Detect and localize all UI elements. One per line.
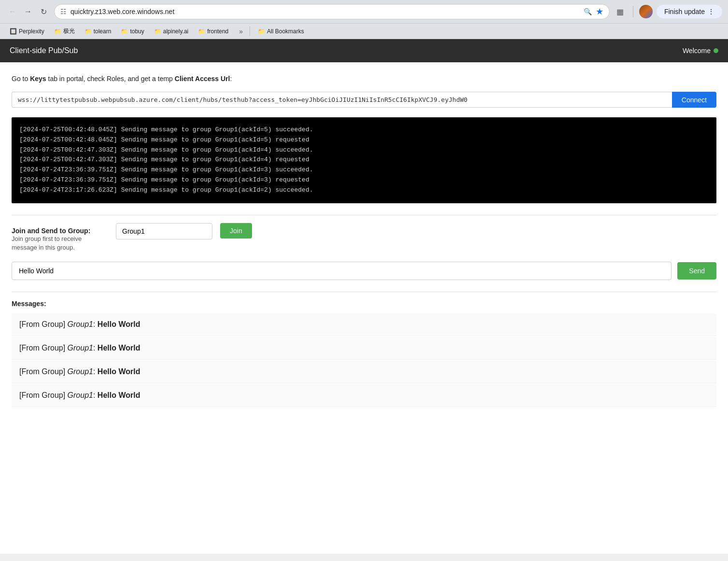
url-text: quicktry.z13.web.core.windows.net [70,8,580,15]
url-bold: Client Access Url [175,75,230,83]
app-title: Client-side Pub/Sub [10,46,78,55]
bookmark-perplexity[interactable]: 🔲 Perplexity [6,27,48,36]
welcome-text: Welcome [683,47,711,55]
bookmark-label: 极光 [63,27,75,35]
access-url-input[interactable] [12,92,672,108]
message-item: [From Group] Group1: Hello World [12,361,716,383]
bookmark-label: alpinely.ai [163,28,188,35]
all-bookmarks-button[interactable]: 📁 All Bookmarks [254,27,308,36]
log-line: [2024-07-24T23:36:39.751Z] Sending messa… [19,165,709,175]
message-text: Hello World [98,320,140,328]
bookmark-label: frontend [207,28,228,35]
bookmark-label: Perplexity [19,28,44,35]
avatar[interactable] [639,5,653,18]
folder-icon: 📁 [258,28,265,35]
send-row: Send [12,262,716,280]
forward-button[interactable]: → [21,5,35,18]
message-text: Hello World [98,344,140,352]
section-divider [12,215,716,215]
app-header: Client-side Pub/Sub Welcome [0,39,728,62]
connect-button[interactable]: Connect [672,92,716,108]
finish-update-label: Finish update [664,8,705,15]
folder-icon: 📁 [54,28,61,35]
messages-label: Messages: [12,300,716,308]
folder-icon: 📁 [198,28,205,35]
bookmark-alpinely[interactable]: 📁 alpinely.ai [150,27,192,36]
group-section-label: Join and Send to Group: [12,223,108,235]
bookmarks-bar: 🔲 Perplexity 📁 极光 📁 tolearn 📁 tobuy 📁 al… [0,24,728,39]
all-bookmarks-label: All Bookmarks [267,28,304,35]
log-line: [2024-07-25T00:42:48.045Z] Sending messa… [19,125,709,135]
log-line: [2024-07-24T23:36:39.751Z] Sending messa… [19,175,709,185]
group-name-text: Group1 [68,344,93,352]
group-label-col: Join and Send to Group: Join group first… [12,223,108,252]
from-group-text: [From Group] [19,320,68,328]
address-bar[interactable]: ☷ quicktry.z13.web.core.windows.net 🔍 ★ [54,4,610,19]
connection-icon: ☷ [60,8,67,15]
folder-icon: 📁 [121,28,128,35]
log-line: [2024-07-24T23:17:26.623Z] Sending messa… [19,185,709,196]
log-line: [2024-07-25T00:42:47.303Z] Sending messa… [19,145,709,155]
messages-list: [From Group] Group1: Hello World[From Gr… [12,313,716,407]
browser-chrome: ← → ↻ ☷ quicktry.z13.web.core.windows.ne… [0,0,728,24]
more-icon: ⋮ [708,8,714,15]
message-item: [From Group] Group1: Hello World [12,337,716,360]
nav-buttons: ← → ↻ [6,5,50,18]
from-group-text: [From Group] [19,391,68,399]
group-name-input[interactable] [116,223,212,239]
from-group-text: [From Group] [19,367,68,376]
message-text: Hello World [98,367,140,376]
bookmark-tobuy[interactable]: 📁 tobuy [117,27,148,36]
bookmark-jiguang[interactable]: 📁 极光 [50,26,79,37]
bookmarks-more-button[interactable]: » [236,26,246,37]
message-item: [From Group] Group1: Hello World [12,384,716,407]
bookmark-label: tobuy [130,28,144,35]
reload-button[interactable]: ↻ [37,5,50,18]
log-line: [2024-07-25T00:42:48.045Z] Sending messa… [19,135,709,145]
from-group-text: [From Group] [19,344,68,352]
extensions-button[interactable]: ▦ [614,5,627,18]
divider [633,6,633,17]
toolbar-right: ▦ Finish update ⋮ [614,5,722,18]
group-name-text: Group1 [68,391,93,399]
divider [250,27,250,36]
group-name-text: Group1 [68,320,93,328]
welcome-badge: Welcome [683,47,718,55]
bookmark-label: tolearn [94,28,112,35]
group-hint: Join group first to receive message in t… [12,235,108,252]
perplexity-icon: 🔲 [10,28,17,35]
bookmark-frontend[interactable]: 📁 frontend [194,27,232,36]
group-name-text: Group1 [68,367,93,376]
group-row: Join and Send to Group: Join group first… [12,223,716,252]
search-icon[interactable]: 🔍 [584,8,592,15]
back-button[interactable]: ← [6,5,19,18]
status-dot [714,48,718,53]
keys-bold: Keys [30,75,46,83]
messages-section: Messages: [From Group] Group1: Hello Wor… [12,300,716,407]
message-text: Hello World [98,391,140,399]
messages-divider [12,292,716,292]
log-area: [2024-07-25T00:42:48.045Z] Sending messa… [12,117,716,203]
send-button[interactable]: Send [677,262,716,280]
join-button[interactable]: Join [220,223,252,238]
log-line: [2024-07-25T00:42:47.303Z] Sending messa… [19,155,709,165]
bookmark-tolearn[interactable]: 📁 tolearn [81,27,115,36]
message-input[interactable] [12,262,672,280]
folder-icon: 📁 [84,28,92,35]
url-row: Connect [12,92,716,108]
group-section: Join and Send to Group: Join group first… [12,223,716,252]
main-content: Go to Keys tab in portal, check Roles, a… [0,62,728,554]
finish-update-button[interactable]: Finish update ⋮ [657,5,722,18]
instructions: Go to Keys tab in portal, check Roles, a… [12,74,716,84]
bookmark-star-icon[interactable]: ★ [596,6,603,17]
folder-icon: 📁 [154,28,161,35]
message-item: [From Group] Group1: Hello World [12,313,716,336]
